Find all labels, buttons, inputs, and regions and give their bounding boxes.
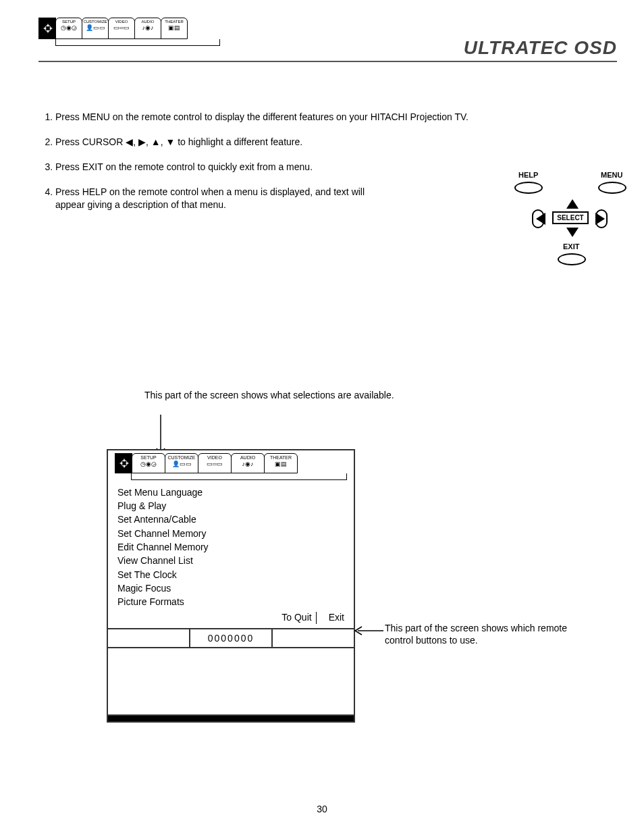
svg-marker-9	[119, 462, 122, 465]
tab-icon-customize: 👤▭▭	[86, 25, 105, 31]
tab-customize: CUSTOMIZE 👤▭▭	[82, 18, 109, 39]
osd-menu-item: Magic Focus	[117, 581, 344, 595]
instruction-item: Press HELP on the remote control when a …	[55, 186, 379, 211]
svg-marker-2	[47, 30, 49, 34]
arrow-down-icon	[566, 228, 579, 237]
remote-help-label: HELP	[518, 171, 538, 179]
page-title: ULTRATEC OSD	[464, 37, 617, 58]
remote-menu-label: MENU	[601, 171, 622, 179]
osd-tab-setup: SETUP ◷◉◶	[132, 453, 165, 473]
tab-label: AUDIO	[240, 455, 255, 460]
osd-menu-item: Set The Clock	[117, 568, 344, 581]
osd-bottom-bar	[108, 714, 354, 721]
osd-counter: 0000000	[190, 629, 273, 647]
instructions-list: Press MENU on the remote control to disp…	[38, 111, 576, 223]
tab-icon-setup: ◷◉◶	[61, 25, 77, 31]
svg-marker-8	[123, 465, 126, 469]
diagram-caption-side: This part of the screen shows which remo…	[385, 622, 593, 646]
osd-tab-underbar	[131, 473, 347, 480]
svg-marker-3	[43, 27, 46, 30]
tab-setup: SETUP ◷◉◶	[55, 18, 82, 39]
header-tab-underbar	[55, 39, 220, 46]
header-tabs: SETUP ◷◉◶ CUSTOMIZE 👤▭▭ VIDEO ▭═▭ AUDIO …	[38, 18, 188, 39]
osd-tabs-row: SETUP ◷◉◶ CUSTOMIZE 👤▭▭ VIDEO ▭═▭ AUDIO …	[108, 450, 354, 473]
remote-right-button-outline	[595, 209, 608, 228]
tab-icon-customize: 👤▭▭	[172, 461, 192, 467]
osd-status-cell	[273, 629, 354, 647]
tab-label: SETUP	[62, 20, 76, 24]
tab-label: AUDIO	[141, 20, 154, 24]
tab-label: CUSTOMIZE	[83, 20, 107, 24]
tab-icon-video: ▭═▭	[113, 25, 130, 31]
brand-logo-icon	[115, 453, 132, 473]
osd-status-row: 0000000	[108, 628, 354, 647]
svg-marker-10	[126, 462, 129, 465]
svg-marker-7	[123, 459, 126, 462]
remote-control-diagram: HELP MENU SELECT EXIT	[514, 171, 643, 279]
osd-menu-item: Plug & Play	[117, 499, 344, 513]
osd-menu-item: Picture Formats	[117, 595, 344, 608]
tab-label: THEATER	[270, 455, 292, 460]
remote-left-button-outline	[532, 209, 544, 228]
diagram-caption-top: This part of the screen shows what selec…	[144, 389, 593, 402]
tab-icon-setup: ◷◉◶	[140, 461, 157, 467]
tab-icon-theater: ▣▤	[275, 461, 287, 467]
osd-menu-items: Set Menu Language Plug & Play Set Antenn…	[108, 486, 354, 612]
tab-icon-video: ▭═▭	[207, 461, 223, 467]
tab-theater: THEATER ▣▤	[161, 18, 188, 39]
osd-menu-item: View Channel List	[117, 554, 344, 567]
svg-marker-1	[47, 24, 49, 27]
osd-tab-audio: AUDIO ♪◉♪	[231, 453, 265, 473]
remote-exit-label: EXIT	[563, 242, 579, 251]
osd-tab-customize: CUSTOMIZE 👤▭▭	[165, 453, 198, 473]
tab-label: SETUP	[140, 455, 156, 460]
remote-exit-button-icon	[558, 253, 586, 265]
tab-icon-audio: ♪◉♪	[142, 25, 154, 31]
tab-audio: AUDIO ♪◉♪	[134, 18, 161, 39]
tab-label: THEATER	[165, 20, 184, 24]
svg-marker-4	[49, 27, 53, 30]
page-number: 30	[0, 804, 644, 814]
arrow-up-icon	[566, 199, 579, 209]
osd-blank-area	[108, 647, 354, 714]
remote-menu-button-icon	[598, 182, 626, 194]
tab-label: CUSTOMIZE	[167, 455, 195, 460]
osd-to-quit-label: To Quit	[277, 612, 315, 624]
osd-menu-item: Set Menu Language	[117, 486, 344, 499]
tab-icon-audio: ♪◉♪	[242, 461, 254, 467]
osd-status-cell	[108, 629, 190, 647]
tab-label: VIDEO	[207, 455, 222, 460]
osd-diagram: This part of the screen shows what selec…	[107, 389, 593, 723]
osd-tab-theater: THEATER ▣▤	[264, 453, 298, 473]
instruction-item: Press EXIT on the remote control to quic…	[55, 161, 568, 174]
osd-exit-label: Exit	[325, 612, 348, 624]
osd-menu-item: Set Antenna/Cable	[117, 513, 344, 526]
brand-logo-icon	[38, 18, 56, 39]
remote-select-label: SELECT	[552, 211, 589, 224]
vertical-divider	[316, 612, 325, 624]
tab-video: VIDEO ▭═▭	[108, 18, 135, 39]
instruction-item: Press MENU on the remote control to disp…	[55, 111, 568, 124]
osd-menu-item: Edit Channel Memory	[117, 540, 344, 554]
remote-help-button-icon	[514, 182, 543, 194]
tab-icon-theater: ▣▤	[168, 25, 180, 31]
osd-tab-video: VIDEO ▭═▭	[198, 453, 232, 473]
osd-quit-row: To Quit Exit	[108, 612, 354, 628]
osd-menu-item: Set Channel Memory	[117, 527, 344, 540]
pointer-arrow-left-icon	[351, 624, 385, 637]
header-rule	[38, 61, 617, 62]
tab-label: VIDEO	[115, 20, 128, 24]
osd-menu-panel: SETUP ◷◉◶ CUSTOMIZE 👤▭▭ VIDEO ▭═▭ AUDIO …	[107, 449, 355, 723]
instruction-item: Press CURSOR ◀, ▶, ▲, ▼ to highlight a d…	[55, 136, 568, 149]
page-title-bar: ULTRATEC OSD	[464, 37, 617, 59]
